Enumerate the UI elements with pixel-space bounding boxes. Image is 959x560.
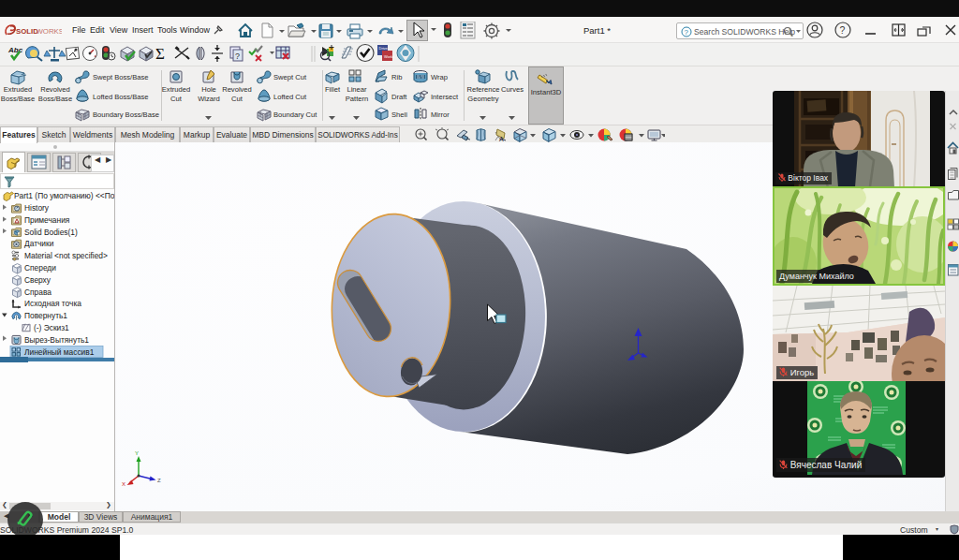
svg-text:?: ? (235, 52, 240, 61)
svg-text:Lofted Boss/Base: Lofted Boss/Base (93, 93, 149, 101)
svg-text:History: History (24, 203, 50, 213)
svg-text:Intersect: Intersect (431, 93, 459, 101)
svg-text:Boss/Base: Boss/Base (1, 95, 35, 103)
svg-text:Cut: Cut (170, 95, 183, 103)
svg-text:WORKS: WORKS (37, 27, 63, 36)
svg-text:Lofted Cut: Lofted Cut (273, 93, 307, 101)
svg-text:(-) Эскиз1: (-) Эскиз1 (34, 323, 69, 332)
svg-text:Extruded: Extruded (4, 85, 32, 94)
svg-text:Instant3D: Instant3D (531, 88, 562, 96)
svg-text:Σ: Σ (155, 45, 165, 63)
svg-text:Abc: Abc (7, 46, 23, 54)
svg-text:Boundary Cut: Boundary Cut (273, 111, 317, 119)
svg-text:Revolved: Revolved (40, 85, 70, 94)
svg-text:Fillet: Fillet (325, 85, 341, 94)
svg-text:Swept Cut: Swept Cut (273, 73, 307, 81)
svg-text:Solid Bodies(1): Solid Bodies(1) (24, 228, 78, 237)
svg-text:?: ? (685, 28, 689, 37)
svg-text:Works: Works (384, 54, 394, 59)
svg-text:Датчики: Датчики (24, 239, 54, 248)
svg-text:Reference: Reference (466, 85, 499, 94)
svg-text:Z: Z (157, 478, 161, 483)
svg-text:Curves: Curves (501, 85, 524, 94)
svg-text:Cut: Cut (231, 95, 243, 103)
svg-text:Справа: Справа (24, 287, 52, 297)
svg-text:Swept Boss/Base: Swept Boss/Base (93, 73, 149, 81)
svg-text:Hole: Hole (201, 85, 216, 94)
svg-text:Extruded: Extruded (162, 85, 190, 94)
svg-text:Wizard: Wizard (198, 95, 220, 103)
svg-text:X: X (122, 481, 125, 487)
svg-text:Примечания: Примечания (24, 215, 69, 225)
svg-text:?: ? (840, 24, 846, 36)
svg-text:Linear: Linear (347, 85, 367, 94)
svg-text:Исходная точка: Исходная точка (24, 299, 81, 308)
svg-text:Спереди: Спереди (24, 263, 56, 273)
svg-text:Wrap: Wrap (431, 73, 448, 81)
svg-text:Part1 (По умолчанию) <<По: Part1 (По умолчанию) <<По (14, 191, 114, 200)
svg-text:Y: Y (135, 450, 139, 456)
svg-text:Линейный массив1: Линейный массив1 (24, 347, 95, 357)
svg-text:Вырез-Вытянуть1: Вырез-Вытянуть1 (24, 335, 89, 345)
svg-text:Material <not specified>: Material <not specified> (24, 251, 108, 260)
svg-text:Mirror: Mirror (431, 111, 450, 119)
svg-text:Drive: Drive (379, 46, 389, 51)
svg-text:Повернуть1: Повернуть1 (24, 311, 67, 320)
svg-text:Сверху: Сверху (24, 275, 52, 285)
svg-text:Boss/Base: Boss/Base (38, 95, 72, 103)
svg-text:Shell: Shell (391, 111, 407, 119)
svg-text:Boundary Boss/Base: Boundary Boss/Base (93, 111, 159, 119)
svg-text:Geometry: Geometry (467, 95, 499, 103)
svg-text:Revolved: Revolved (222, 85, 252, 94)
svg-text:Rib: Rib (391, 73, 402, 81)
svg-text:A: A (499, 136, 504, 142)
svg-text:Pattern: Pattern (346, 95, 368, 103)
svg-text:Draft: Draft (391, 93, 407, 101)
